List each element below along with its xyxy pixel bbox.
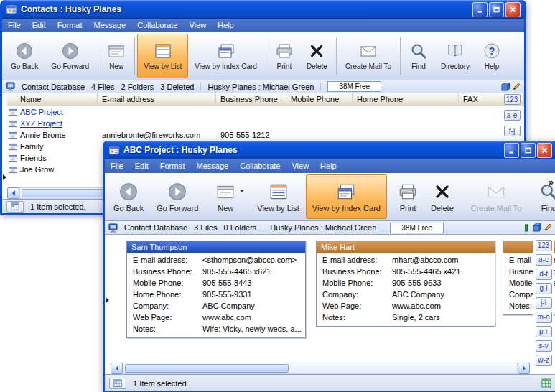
- menu-item-file[interactable]: File: [105, 159, 129, 173]
- toolbar-label: Delete: [431, 204, 454, 213]
- column-header-email[interactable]: E-mail address: [98, 93, 216, 106]
- alpha-button[interactable]: a-e: [504, 110, 521, 121]
- status-text: 1 Item selected.: [30, 202, 86, 211]
- info-owner: Husky Planes : Michael Green: [270, 223, 376, 232]
- grid-green-icon: [541, 378, 551, 388]
- splitter-arrow[interactable]: [106, 297, 109, 303]
- caption-buttons: [472, 2, 521, 17]
- menu-item-edit[interactable]: Edit: [27, 19, 52, 32]
- menu-item-view[interactable]: View: [286, 159, 314, 173]
- info-bar: Contact Database 3 Files 0 Folders Husky…: [105, 221, 555, 235]
- delete-button[interactable]: Delete: [424, 174, 460, 219]
- alpha-button[interactable]: w-z: [536, 355, 552, 366]
- print-button[interactable]: Print: [391, 174, 424, 219]
- column-header-home-phone[interactable]: Home Phone: [353, 93, 459, 106]
- alpha-button[interactable]: p-r: [536, 326, 552, 337]
- view-by-list-button[interactable]: View by List: [251, 174, 306, 219]
- title-bar[interactable]: Contacts : Husky Planes: [2, 0, 524, 19]
- menu-item-format[interactable]: Format: [154, 159, 191, 173]
- card-header[interactable]: Mike Hart: [317, 241, 495, 253]
- grid-icon: [11, 202, 19, 211]
- view-by-index-card-button[interactable]: View by Index Card: [306, 174, 387, 219]
- print-button[interactable]: Print: [269, 34, 300, 78]
- create-mail-to-button[interactable]: Create Mail To: [339, 34, 398, 78]
- info-deleted: 3 Deleted: [160, 83, 194, 91]
- alpha-button[interactable]: m-o: [536, 312, 552, 323]
- menu-item-help[interactable]: Help: [212, 19, 240, 32]
- field-label: Mobile Phone:: [317, 277, 392, 289]
- list-item[interactable]: ABC Project: [7, 106, 524, 118]
- field-label: Web Page:: [127, 312, 202, 323]
- new-icon: [107, 42, 126, 60]
- scrollbar-track[interactable]: [123, 363, 518, 374]
- go-back-button[interactable]: Go Back: [4, 34, 45, 78]
- menu-item-edit[interactable]: Edit: [129, 159, 154, 173]
- view-grid-button[interactable]: [6, 201, 24, 213]
- alpha-button[interactable]: d-f: [536, 269, 552, 280]
- column-header-name[interactable]: Name: [7, 93, 98, 106]
- new-button[interactable]: New: [209, 174, 246, 219]
- close-button[interactable]: [505, 2, 521, 17]
- row-name[interactable]: XYZ Project: [20, 118, 62, 129]
- maximize-button[interactable]: [521, 143, 536, 158]
- alpha-button[interactable]: f-j: [504, 126, 521, 136]
- help-icon: [482, 42, 501, 60]
- help-button[interactable]: Help: [476, 34, 508, 78]
- delete-icon: [307, 42, 326, 60]
- menu-item-collaborate[interactable]: Collaborate: [131, 19, 183, 32]
- alpha-button[interactable]: 123: [536, 240, 552, 251]
- alpha-button[interactable]: 123: [504, 94, 521, 105]
- alpha-button[interactable]: g-i: [536, 283, 552, 294]
- view-by-index-card-button[interactable]: View by Index Card: [188, 34, 263, 78]
- alpha-button[interactable]: s-v: [536, 340, 552, 352]
- close-button[interactable]: [537, 143, 552, 158]
- contact-card-mike-hart[interactable]: Mike Hart E-mail address:mhart@abcco.com…: [316, 241, 495, 327]
- alpha-button[interactable]: j-l: [536, 297, 552, 309]
- menu-item-message[interactable]: Message: [191, 159, 235, 173]
- row-name: Friends: [20, 152, 47, 164]
- find-button[interactable]: Find: [403, 34, 434, 78]
- create-mail-to-button[interactable]: Create Mail To: [465, 174, 528, 219]
- scroll-right-button[interactable]: [518, 363, 530, 374]
- menu-item-format[interactable]: Format: [52, 19, 88, 32]
- minimize-button[interactable]: [504, 143, 519, 158]
- column-header-business-phone[interactable]: Business Phone: [216, 93, 286, 106]
- minimize-button[interactable]: [472, 2, 488, 17]
- new-button[interactable]: New: [101, 34, 132, 78]
- card-header[interactable]: Sam Thompson: [127, 241, 305, 253]
- field-label: Mobile Phone:: [127, 277, 202, 289]
- menu-item-collaborate[interactable]: Collaborate: [234, 159, 286, 173]
- go-forward-button[interactable]: Go Forward: [45, 34, 95, 78]
- view-by-list-button[interactable]: View by List: [137, 34, 188, 78]
- menu-item-view[interactable]: View: [183, 19, 212, 32]
- alpha-button[interactable]: a-c: [536, 254, 552, 266]
- splitter-arrow[interactable]: [3, 174, 6, 180]
- go-back-button[interactable]: Go Back: [107, 174, 150, 219]
- horizontal-scrollbar[interactable]: [111, 363, 530, 374]
- list-item[interactable]: XYZ Project: [7, 118, 524, 129]
- menu-item-message[interactable]: Message: [88, 19, 132, 32]
- go-forward-button[interactable]: Go Forward: [150, 174, 205, 219]
- list-item[interactable]: Annie Bronte anniebronte@fireworks.com 9…: [7, 129, 524, 141]
- menu-item-help[interactable]: Help: [314, 159, 342, 173]
- title-bar[interactable]: ABC Project : Husky Planes: [105, 141, 555, 159]
- column-header-mobile-phone[interactable]: Mobile Phone: [286, 93, 353, 106]
- contact-card-sam-thompson[interactable]: Sam Thompson E-mail address:<sthompson@a…: [126, 241, 306, 338]
- scrollbar-thumb[interactable]: [125, 364, 289, 373]
- scroll-left-button[interactable]: [111, 363, 123, 374]
- directory-button[interactable]: Directory: [434, 34, 476, 78]
- field-label: Notes:: [127, 323, 202, 335]
- row-name[interactable]: ABC Project: [20, 106, 63, 118]
- view-grid-button[interactable]: [109, 378, 126, 389]
- toolbar-label: New: [218, 204, 233, 213]
- menu-item-file[interactable]: File: [2, 19, 27, 32]
- arrow-right-icon: [523, 365, 526, 371]
- toolbar-overflow-chevron[interactable]: »: [549, 177, 554, 187]
- new-dropdown-arrow[interactable]: [240, 190, 244, 192]
- maximize-button[interactable]: [489, 2, 504, 17]
- field-label: Notes:: [317, 312, 392, 323]
- info-files: 3 Files: [194, 223, 217, 232]
- delete-button[interactable]: Delete: [300, 34, 334, 78]
- scroll-left-button[interactable]: [7, 187, 19, 199]
- toolbar-label: Create Mail To: [345, 62, 391, 70]
